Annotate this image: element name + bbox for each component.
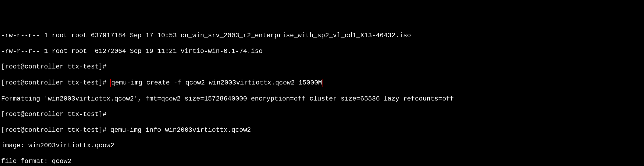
ls-output-line-1: -rw-r--r-- 1 root root 637917184 Sep 17 … [1,32,643,40]
prompt-text: [root@controller ttx-test]# [1,126,110,134]
info-image: image: win2003virtiottx.qcow2 [1,142,643,150]
qemu-info-command: qemu-img info win2003virtiottx.qcow2 [110,126,251,134]
ls-output-line-2: -rw-r--r-- 1 root root 61272064 Sep 19 1… [1,48,643,55]
qemu-create-command: qemu-img create -f qcow2 win2003virtiott… [110,79,323,87]
info-file-format: file format: qcow2 [1,158,643,165]
prompt-with-create-cmd: [root@controller ttx-test]# qemu-img cre… [1,79,643,87]
formatting-output: Formatting 'win2003virtiottx.qcow2', fmt… [1,95,643,103]
prompt-text: [root@controller ttx-test]# [1,79,110,86]
prompt-empty-1: [root@controller ttx-test]# [1,63,643,71]
prompt-empty-2: [root@controller ttx-test]# [1,111,643,118]
prompt-with-info-cmd: [root@controller ttx-test]# qemu-img inf… [1,126,643,134]
